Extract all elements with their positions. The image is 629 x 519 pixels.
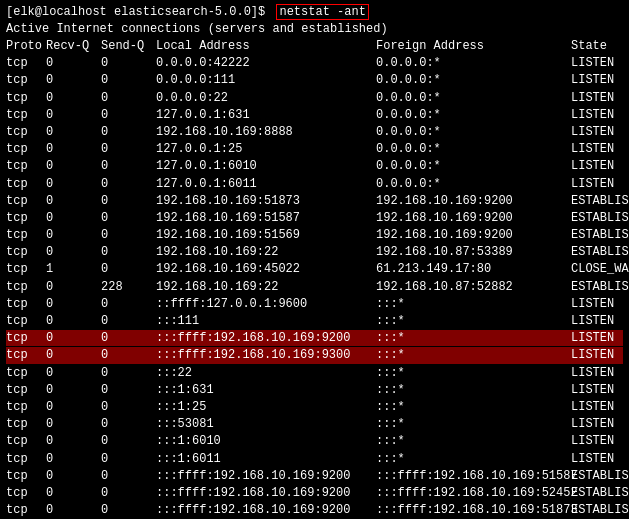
cell-foreign: 192.168.10.87:53389 (376, 244, 571, 260)
cell-foreign: 0.0.0.0:* (376, 72, 571, 88)
cell-foreign: 192.168.10.169:9200 (376, 227, 571, 243)
cell-foreign: :::* (376, 382, 571, 398)
cell-recv: 0 (46, 347, 101, 363)
cell-recv: 0 (46, 227, 101, 243)
cell-proto: tcp (6, 90, 46, 106)
cell-proto: tcp (6, 296, 46, 312)
cell-foreign: :::* (376, 399, 571, 415)
cell-recv: 0 (46, 433, 101, 449)
cell-send: 0 (101, 261, 156, 277)
cell-send: 0 (101, 107, 156, 123)
table-row: tcp00:::ffff:192.168.10.169:9200:::ffff:… (6, 468, 623, 484)
cell-foreign: 192.168.10.87:52882 (376, 279, 571, 295)
table-row: tcp00192.168.10.169:51587192.168.10.169:… (6, 210, 623, 226)
cell-recv: 0 (46, 399, 101, 415)
cell-state: LISTEN (571, 141, 623, 157)
cell-local: :::ffff:192.168.10.169:9200 (156, 485, 376, 501)
cell-send: 0 (101, 382, 156, 398)
cell-recv: 0 (46, 330, 101, 346)
cell-foreign: 0.0.0.0:* (376, 124, 571, 140)
cell-state: LISTEN (571, 433, 623, 449)
cell-send: 0 (101, 227, 156, 243)
cell-send: 0 (101, 296, 156, 312)
table-row: tcp00:::22:::*LISTEN (6, 365, 623, 381)
connection-header: Active Internet connections (servers and… (6, 22, 623, 36)
cell-proto: tcp (6, 416, 46, 432)
cell-state: LISTEN (571, 382, 623, 398)
cell-state: LISTEN (571, 158, 623, 174)
table-row: tcp000.0.0.0:220.0.0.0:*LISTEN (6, 90, 623, 106)
table-row: tcp000.0.0.0:1110.0.0.0:*LISTEN (6, 72, 623, 88)
cell-foreign: :::ffff:192.168.10.169:51873 (376, 502, 571, 518)
cell-state: LISTEN (571, 451, 623, 467)
cell-proto: tcp (6, 176, 46, 192)
cell-state: ESTABLISHED (571, 485, 629, 501)
cell-local: 127.0.0.1:6010 (156, 158, 376, 174)
table-row: tcp00:::ffff:192.168.10.169:9300:::*LIST… (6, 347, 623, 363)
cell-send: 0 (101, 244, 156, 260)
cell-send: 0 (101, 330, 156, 346)
cell-local: 0.0.0.0:22 (156, 90, 376, 106)
cell-state: LISTEN (571, 330, 623, 346)
cell-foreign: :::* (376, 313, 571, 329)
cell-foreign: :::* (376, 416, 571, 432)
cell-send: 0 (101, 347, 156, 363)
cell-recv: 0 (46, 296, 101, 312)
cell-send: 0 (101, 365, 156, 381)
cell-foreign: 192.168.10.169:9200 (376, 210, 571, 226)
cell-local: 192.168.10.169:22 (156, 279, 376, 295)
cell-foreign: 0.0.0.0:* (376, 55, 571, 71)
cell-state: ESTABLISHED (571, 193, 629, 209)
cell-send: 0 (101, 451, 156, 467)
cell-proto: tcp (6, 107, 46, 123)
cell-send: 0 (101, 433, 156, 449)
cell-send: 0 (101, 416, 156, 432)
cell-proto: tcp (6, 433, 46, 449)
cell-state: LISTEN (571, 72, 623, 88)
cell-local: :::1:25 (156, 399, 376, 415)
cell-foreign: :::* (376, 433, 571, 449)
cell-send: 0 (101, 90, 156, 106)
cell-send: 0 (101, 399, 156, 415)
table-row: tcp00127.0.0.1:250.0.0.0:*LISTEN (6, 141, 623, 157)
cell-foreign: :::* (376, 451, 571, 467)
cell-local: 127.0.0.1:6011 (156, 176, 376, 192)
cell-recv: 0 (46, 279, 101, 295)
cell-state: LISTEN (571, 296, 623, 312)
cell-local: :::1:631 (156, 382, 376, 398)
cell-recv: 0 (46, 382, 101, 398)
cell-proto: tcp (6, 279, 46, 295)
table-row: tcp00:::1:631:::*LISTEN (6, 382, 623, 398)
cell-foreign: :::* (376, 330, 571, 346)
cell-state: LISTEN (571, 347, 623, 363)
cell-recv: 0 (46, 193, 101, 209)
cell-recv: 0 (46, 124, 101, 140)
cell-foreign: 0.0.0.0:* (376, 158, 571, 174)
terminal-window: [elk@localhost elasticsearch-5.0.0]$ net… (6, 4, 623, 519)
cell-foreign: 0.0.0.0:* (376, 141, 571, 157)
cell-state: ESTABLISHED (571, 244, 629, 260)
cell-recv: 1 (46, 261, 101, 277)
cell-proto: tcp (6, 244, 46, 260)
cell-recv: 0 (46, 313, 101, 329)
prompt-user: [elk@localhost elasticsearch-5.0.0]$ (6, 5, 265, 19)
cell-proto: tcp (6, 382, 46, 398)
cell-send: 0 (101, 210, 156, 226)
cell-proto: tcp (6, 468, 46, 484)
cell-recv: 0 (46, 107, 101, 123)
cell-proto: tcp (6, 124, 46, 140)
col-header-send: Send-Q (101, 38, 156, 54)
cell-proto: tcp (6, 210, 46, 226)
table-row: tcp00127.0.0.1:60110.0.0.0:*LISTEN (6, 176, 623, 192)
cell-local: :::ffff:192.168.10.169:9300 (156, 347, 376, 363)
cell-local: :::111 (156, 313, 376, 329)
cell-proto: tcp (6, 158, 46, 174)
cell-recv: 0 (46, 451, 101, 467)
cell-proto: tcp (6, 399, 46, 415)
cell-recv: 0 (46, 55, 101, 71)
cell-local: :::ffff:192.168.10.169:9200 (156, 330, 376, 346)
prompt-space (269, 5, 276, 19)
cell-state: ESTABLISHED (571, 502, 629, 518)
cell-foreign: :::ffff:192.168.10.169:52452 (376, 485, 571, 501)
cell-local: :::22 (156, 365, 376, 381)
